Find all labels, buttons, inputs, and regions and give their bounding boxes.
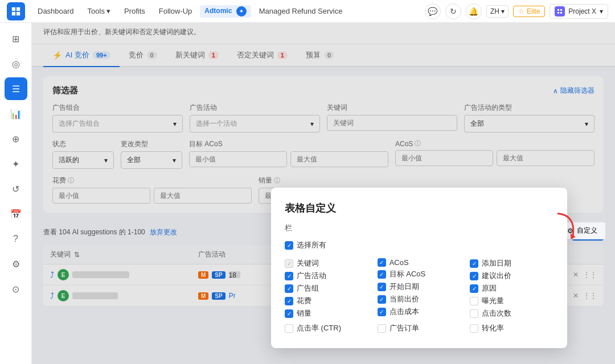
main-content: 评估和应用于出价、新关键词和否定关键词的建议。 ⚡ AI 竞价 99+ 竞价 0… bbox=[32, 23, 615, 364]
star-icon: ☆ bbox=[518, 7, 524, 15]
col-checkbox-reason[interactable] bbox=[470, 284, 478, 293]
col-checkbox-conversion[interactable] bbox=[470, 324, 478, 333]
modal-title: 表格自定义 bbox=[285, 201, 554, 215]
col-checkbox-clicks[interactable] bbox=[470, 309, 478, 318]
svg-rect-3 bbox=[17, 11, 20, 15]
svg-rect-7 bbox=[560, 12, 562, 14]
sidebar-item-reports[interactable]: ☰ bbox=[5, 77, 27, 100]
svg-rect-5 bbox=[560, 9, 562, 11]
svg-rect-1 bbox=[17, 7, 20, 10]
nav-managed-refund[interactable]: Managed Refund Service bbox=[253, 5, 348, 18]
col-checkbox-ad-orders[interactable] bbox=[378, 324, 386, 333]
sidebar-item-dashboard[interactable]: ⊞ bbox=[5, 27, 27, 50]
sidebar-item-sparkle[interactable]: ✦ bbox=[5, 152, 27, 175]
notification-icon-btn[interactable]: 🔔 bbox=[466, 3, 482, 19]
svg-rect-2 bbox=[12, 11, 15, 15]
col-checkbox-adgroup[interactable] bbox=[285, 284, 293, 293]
sidebar-item-help[interactable]: ? bbox=[5, 228, 27, 250]
col-checkbox-campaign[interactable] bbox=[285, 272, 293, 280]
nav-right-section: 💬 ↻ 🔔 ZH ▾ ☆ Elite Project X ▾ bbox=[425, 3, 608, 19]
col-checkbox-impressions[interactable] bbox=[470, 297, 478, 305]
svg-rect-4 bbox=[557, 9, 559, 11]
top-navigation: Dashboard Tools ▾ Profits Follow-Up Adto… bbox=[0, 0, 615, 23]
nav-tools[interactable]: Tools ▾ bbox=[82, 5, 116, 18]
nav-followup[interactable]: Follow-Up bbox=[153, 5, 198, 18]
adtomic-icon: ✦ bbox=[236, 6, 247, 16]
col-checkbox-suggested-bid[interactable] bbox=[470, 272, 478, 280]
nav-adtomic[interactable]: Adtomic ✦ bbox=[200, 5, 251, 18]
nav-dashboard[interactable]: Dashboard bbox=[32, 5, 80, 18]
svg-rect-0 bbox=[12, 7, 15, 10]
sidebar: ⊞ ◎ ☰ 📊 ⊕ ✦ ↺ 📅 ? ⚙ ⊙ bbox=[0, 23, 32, 364]
app-logo[interactable] bbox=[7, 2, 25, 20]
sidebar-item-chart[interactable]: 📊 bbox=[5, 102, 27, 125]
chevron-down-icon: ▾ bbox=[106, 7, 110, 15]
chevron-down-icon: ▾ bbox=[501, 7, 505, 15]
elite-badge: ☆ Elite bbox=[513, 6, 545, 17]
nav-menu: Dashboard Tools ▾ Profits Follow-Up Adto… bbox=[32, 5, 425, 18]
sidebar-item-refresh[interactable]: ↺ bbox=[5, 177, 27, 200]
select-all-checkbox[interactable] bbox=[285, 241, 293, 250]
sidebar-item-settings[interactable]: ⚙ bbox=[5, 253, 27, 275]
project-selector[interactable]: Project X ▾ bbox=[550, 4, 608, 19]
col-checkbox-cpc[interactable] bbox=[378, 308, 386, 316]
table-customize-modal: 表格自定义 栏 选择所有 关键词 bbox=[271, 188, 567, 348]
sidebar-item-calendar[interactable]: 📅 bbox=[5, 202, 27, 225]
col-checkbox-target-acos[interactable] bbox=[378, 270, 386, 279]
modal-overlay: 清除 ⚙ 自定义 表格自定义 栏 bbox=[32, 23, 615, 364]
sidebar-item-more[interactable]: ⊙ bbox=[5, 278, 27, 300]
svg-rect-6 bbox=[557, 12, 559, 14]
sync-icon-btn[interactable]: ↻ bbox=[445, 3, 461, 19]
nav-profits[interactable]: Profits bbox=[118, 5, 151, 18]
col-checkbox-keyword[interactable] bbox=[285, 259, 293, 268]
col-checkbox-sales[interactable] bbox=[285, 309, 293, 318]
col-checkbox-start-date[interactable] bbox=[378, 283, 386, 291]
modal-section-label: 栏 bbox=[285, 223, 554, 233]
sidebar-item-analytics[interactable]: ◎ bbox=[5, 52, 27, 75]
col-checkbox-spend[interactable] bbox=[285, 297, 293, 305]
col-checkbox-acos[interactable] bbox=[378, 258, 386, 267]
sidebar-item-grid[interactable]: ⊕ bbox=[5, 127, 27, 150]
col-checkbox-ctr[interactable] bbox=[285, 324, 293, 333]
wechat-icon-btn[interactable]: 💬 bbox=[425, 3, 441, 19]
project-icon bbox=[555, 6, 565, 16]
col-checkbox-current-bid[interactable] bbox=[378, 295, 386, 304]
language-selector[interactable]: ZH ▾ bbox=[486, 5, 509, 18]
col-checkbox-add-date[interactable] bbox=[470, 259, 478, 268]
chevron-down-icon: ▾ bbox=[600, 7, 603, 15]
